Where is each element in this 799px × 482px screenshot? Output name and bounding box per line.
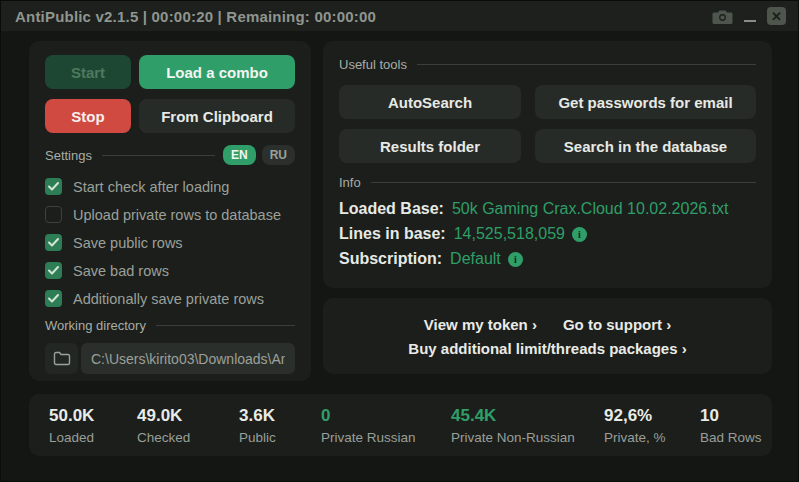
loaded-base-label: Loaded Base:: [339, 200, 444, 218]
minimize-button[interactable]: [743, 7, 757, 25]
checkbox-additionally-save-private-rows[interactable]: Additionally save private rows: [45, 290, 295, 307]
stat-public: 3.6K Public: [239, 406, 321, 445]
lang-en-button[interactable]: EN: [223, 145, 256, 165]
divider: [371, 182, 756, 183]
checkbox-start-check-after-loading[interactable]: Start check after loading: [45, 178, 295, 195]
links-row-bottom: Buy additional limit/threads packages ›: [408, 340, 686, 357]
stat-bad-rows: 10 Bad Rows: [700, 406, 762, 445]
checkbox-checked-icon: [45, 262, 62, 279]
checkbox-checked-icon: [45, 178, 62, 195]
checkbox-label: Start check after loading: [73, 179, 229, 195]
close-button[interactable]: ✕: [767, 7, 786, 25]
tools-grid: AutoSearch Get passwords for email Resul…: [339, 85, 756, 163]
divider: [417, 64, 756, 65]
stats-bar: 50.0K Loaded 49.0K Checked 3.6K Public 0…: [29, 394, 772, 456]
stat-checked: 49.0K Checked: [137, 406, 239, 445]
app-window: AntiPublic v2.1.5 | 00:00:20 | Remaining…: [0, 0, 799, 482]
checkbox-label: Additionally save private rows: [73, 291, 264, 307]
results-folder-button[interactable]: Results folder: [339, 129, 521, 163]
stat-label: Loaded: [49, 430, 137, 445]
info-tooltip-icon[interactable]: i: [572, 227, 587, 242]
subscription-row: Subscription: Default i: [339, 250, 756, 268]
checkbox-label: Save public rows: [73, 235, 183, 251]
tools-info-panel: Useful tools AutoSearch Get passwords fo…: [323, 41, 772, 288]
stat-label: Private Russian: [321, 430, 451, 445]
stat-value: 3.6K: [239, 406, 321, 426]
lang-ru-button[interactable]: RU: [262, 145, 295, 165]
start-button[interactable]: Start: [45, 55, 131, 89]
working-directory-header: Working directory: [45, 318, 295, 333]
control-panel: Start Load a combo Stop From Clipboard S…: [29, 41, 311, 381]
stat-label: Private, %: [604, 430, 700, 445]
checkbox-upload-private-rows[interactable]: Upload private rows to database: [45, 206, 295, 223]
stat-value: 49.0K: [137, 406, 239, 426]
get-passwords-button[interactable]: Get passwords for email: [535, 85, 756, 119]
screenshot-camera-icon[interactable]: [712, 8, 733, 25]
view-my-token-link[interactable]: View my token ›: [424, 316, 537, 333]
info-rows: Loaded Base: 50k Gaming Crax.Cloud 10.02…: [339, 200, 756, 268]
lines-in-base-value: 14,525,518,059: [454, 225, 565, 243]
stat-value: 45.4K: [451, 406, 604, 426]
loaded-base-value: 50k Gaming Crax.Cloud 10.02.2026.txt: [452, 200, 729, 218]
stop-button[interactable]: Stop: [45, 99, 131, 133]
divider: [102, 155, 215, 156]
useful-tools-label: Useful tools: [339, 57, 407, 72]
info-label: Info: [339, 175, 361, 190]
from-clipboard-button[interactable]: From Clipboard: [139, 99, 295, 133]
window-controls: ✕: [712, 7, 786, 25]
stat-private-russian: 0 Private Russian: [321, 406, 451, 445]
loaded-base-row: Loaded Base: 50k Gaming Crax.Cloud 10.02…: [339, 200, 756, 218]
settings-checkboxes: Start check after loading Upload private…: [45, 178, 295, 307]
close-icon: ✕: [771, 10, 782, 23]
search-database-button[interactable]: Search in the database: [535, 129, 756, 163]
stat-label: Bad Rows: [700, 430, 762, 445]
buy-packages-link[interactable]: Buy additional limit/threads packages ›: [408, 340, 686, 357]
divider: [156, 325, 295, 326]
subscription-value: Default: [450, 250, 501, 268]
links-panel: View my token › Go to support › Buy addi…: [323, 298, 772, 374]
stat-label: Checked: [137, 430, 239, 445]
go-to-support-link[interactable]: Go to support ›: [563, 316, 671, 333]
info-tooltip-icon[interactable]: i: [508, 252, 523, 267]
checkbox-save-bad-rows[interactable]: Save bad rows: [45, 262, 295, 279]
browse-folder-button[interactable]: [45, 343, 78, 374]
window-title: AntiPublic v2.1.5 | 00:00:20 | Remaining…: [15, 8, 376, 25]
autosearch-button[interactable]: AutoSearch: [339, 85, 521, 119]
load-combo-button[interactable]: Load a combo: [139, 55, 295, 89]
working-directory-label: Working directory: [45, 318, 146, 333]
stat-value: 10: [700, 406, 762, 426]
stat-value: 92,6%: [604, 406, 700, 426]
language-toggle: EN RU: [223, 145, 295, 165]
stat-label: Public: [239, 430, 321, 445]
subscription-label: Subscription:: [339, 250, 442, 268]
checkbox-unchecked-icon: [45, 206, 62, 223]
titlebar: AntiPublic v2.1.5 | 00:00:20 | Remaining…: [1, 1, 798, 31]
useful-tools-header: Useful tools: [339, 57, 756, 72]
folder-icon: [53, 351, 71, 366]
stat-private-non-russian: 45.4K Private Non-Russian: [451, 406, 604, 445]
stat-value: 0: [321, 406, 451, 426]
minimize-icon: [744, 20, 756, 22]
stat-private-percent: 92,6% Private, %: [604, 406, 700, 445]
info-header: Info: [339, 175, 756, 190]
stat-label: Private Non-Russian: [451, 430, 604, 445]
working-directory-input[interactable]: [81, 343, 295, 374]
lines-in-base-row: Lines in base: 14,525,518,059 i: [339, 225, 756, 243]
settings-label: Settings: [45, 148, 92, 163]
settings-header: Settings EN RU: [45, 145, 295, 165]
stat-loaded: 50.0K Loaded: [49, 406, 137, 445]
lines-in-base-label: Lines in base:: [339, 225, 446, 243]
links-row-top: View my token › Go to support ›: [424, 316, 671, 333]
checkbox-save-public-rows[interactable]: Save public rows: [45, 234, 295, 251]
checkbox-checked-icon: [45, 290, 62, 307]
checkbox-label: Upload private rows to database: [73, 207, 281, 223]
checkbox-checked-icon: [45, 234, 62, 251]
checkbox-label: Save bad rows: [73, 263, 169, 279]
stat-value: 50.0K: [49, 406, 137, 426]
